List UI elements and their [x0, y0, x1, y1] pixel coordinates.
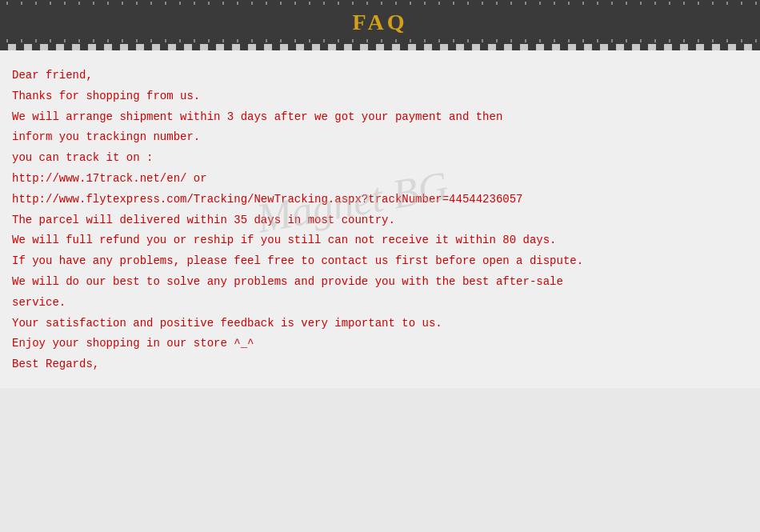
- header-title: FAQ: [352, 10, 407, 35]
- content-line: Your satisfaction and positive feedback …: [12, 314, 748, 334]
- content-wrapper: Magnet BG Dear friend,Thanks for shoppin…: [0, 50, 760, 388]
- content-line: We will do our best to solve any problem…: [12, 273, 748, 292]
- content-area: Dear friend,Thanks for shopping from us.…: [0, 50, 760, 388]
- content-line: We will full refund you or reship if you…: [12, 231, 748, 250]
- content-line: http://www.flytexpress.com/Tracking/NewT…: [12, 190, 748, 210]
- content-line: inform you trackingn number.: [12, 128, 748, 147]
- content-line: you can track it on :: [12, 149, 748, 168]
- content-line: Thanks for shopping from us.: [12, 87, 748, 106]
- content-line: http://www.17track.net/en/ or: [12, 170, 748, 189]
- dashed-line: [0, 44, 760, 50]
- header-bar: FAQ: [0, 0, 760, 44]
- content-line: The parcel will delivered within 35 days…: [12, 211, 748, 230]
- content-line: If you have any problems, please feel fr…: [12, 252, 748, 271]
- content-line: Enjoy your shopping in our store ^_^: [12, 334, 748, 354]
- content-line: Best Regards,: [12, 355, 748, 374]
- content-line: service.: [12, 294, 748, 313]
- content-line: Dear friend,: [12, 66, 748, 86]
- content-line: We will arrange shipment within 3 days a…: [12, 108, 748, 127]
